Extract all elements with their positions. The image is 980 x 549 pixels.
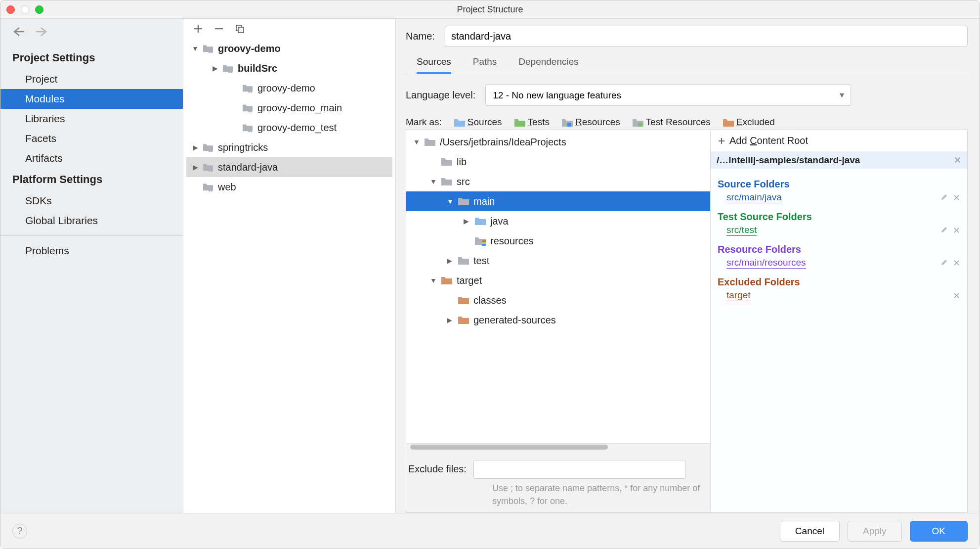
edit-icon[interactable] — [940, 259, 948, 266]
remove-icon[interactable]: ✕ — [953, 226, 960, 235]
add-module-icon[interactable] — [193, 24, 203, 34]
category-item[interactable]: target✕ — [718, 289, 960, 302]
folder-tree-item[interactable]: lib — [406, 152, 710, 172]
nav-problems[interactable]: Problems — [0, 241, 183, 261]
svg-rect-31 — [211, 187, 213, 189]
tab-dependencies[interactable]: Dependencies — [518, 56, 578, 74]
module-tree-item[interactable]: ▶springtricks — [186, 137, 392, 157]
folder-tree-item[interactable]: classes — [406, 290, 710, 310]
category-item-path: src/main/java — [726, 192, 782, 203]
modules-toolbar — [183, 19, 395, 39]
edit-icon[interactable] — [940, 226, 948, 233]
svg-rect-3 — [211, 49, 213, 51]
cancel-button[interactable]: Cancel — [780, 521, 840, 542]
exclude-files-input[interactable] — [473, 460, 686, 479]
svg-rect-2 — [209, 49, 211, 51]
category-item[interactable]: src/main/java✕ — [718, 191, 960, 204]
folder-tree-label: main — [473, 196, 495, 207]
nav-item-global-libraries[interactable]: Global Libraries — [0, 211, 183, 230]
folder-icon — [441, 275, 453, 285]
module-tree-label: web — [218, 182, 236, 193]
expand-icon[interactable]: ▶ — [464, 217, 471, 225]
expand-icon[interactable]: ▼ — [430, 276, 438, 284]
remove-icon[interactable]: ✕ — [953, 193, 960, 202]
module-tree-item[interactable]: groovy-demo_main — [186, 98, 392, 118]
category-item[interactable]: src/main/resources✕ — [718, 256, 960, 270]
nav-item-sdks[interactable]: SDKs — [0, 191, 183, 211]
expand-icon[interactable]: ▶ — [447, 316, 455, 324]
folder-tree-item[interactable]: ▼target — [406, 271, 710, 290]
folder-tree-item[interactable]: ▶generated-sources — [406, 310, 710, 330]
copy-module-icon[interactable] — [235, 24, 245, 34]
svg-rect-18 — [248, 128, 250, 130]
expand-icon[interactable]: ▶ — [447, 257, 455, 265]
nav-item-project[interactable]: Project — [0, 69, 183, 89]
folder-tree-label: target — [457, 275, 482, 286]
folder-tree-item[interactable]: ▶test — [406, 251, 710, 271]
folder-tree-item[interactable]: ▼src — [406, 172, 710, 191]
ok-button[interactable]: OK — [910, 521, 968, 542]
module-name-input[interactable] — [445, 26, 968, 46]
help-button[interactable]: ? — [12, 524, 27, 539]
nav-item-modules[interactable]: Modules — [0, 89, 183, 109]
category-item[interactable]: src/test✕ — [718, 224, 960, 237]
mark-as-sources[interactable]: Sources — [454, 117, 502, 128]
expand-icon[interactable]: ▼ — [447, 197, 455, 205]
folder-icon — [458, 196, 469, 206]
add-content-root-button[interactable]: Add Content Root — [711, 130, 967, 152]
expand-icon[interactable]: ▶ — [191, 143, 199, 151]
module-tree-item[interactable]: groovy-demo — [186, 78, 392, 98]
forward-button[interactable] — [35, 26, 49, 38]
mark-as-test-resources[interactable]: Test Resources — [632, 117, 711, 128]
remove-icon[interactable]: ✕ — [953, 259, 960, 268]
svg-rect-36 — [482, 240, 486, 242]
folder-icon — [458, 256, 469, 266]
nav-item-libraries[interactable]: Libraries — [0, 109, 183, 129]
mark-as-tests[interactable]: Tests — [514, 117, 550, 128]
svg-rect-8 — [228, 71, 230, 73]
mark-as-excluded[interactable]: Excluded — [723, 117, 775, 128]
tab-paths[interactable]: Paths — [473, 56, 497, 74]
module-tabs: SourcesPathsDependencies — [406, 53, 968, 74]
nav-item-artifacts[interactable]: Artifacts — [0, 148, 183, 168]
folder-tree-label: generated-sources — [473, 315, 556, 326]
svg-rect-34 — [567, 123, 571, 127]
language-level-select[interactable]: 12 - No new language features — [485, 84, 851, 106]
module-tree-label: standard-java — [218, 162, 278, 173]
expand-icon[interactable]: ▼ — [413, 138, 421, 146]
horizontal-scrollbar[interactable] — [406, 443, 710, 450]
edit-icon[interactable] — [940, 193, 948, 201]
mark-as-resources[interactable]: Resources — [561, 117, 620, 128]
folder-tree-item[interactable]: ▼main — [406, 191, 710, 211]
nav-item-facets[interactable]: Facets — [0, 129, 183, 148]
content-root-header[interactable]: /…intellij-samples/standard-java ✕ — [711, 152, 967, 169]
back-button[interactable] — [11, 26, 25, 38]
content-folder-tree[interactable]: ▼/Users/jetbrains/IdeaProjectslib▼src▼ma… — [406, 130, 710, 443]
folder-tree-item[interactable]: ▶java — [406, 211, 710, 231]
remove-icon[interactable]: ✕ — [953, 291, 960, 300]
apply-button[interactable]: Apply — [848, 521, 902, 542]
remove-content-root-icon[interactable]: ✕ — [954, 156, 961, 165]
modules-tree[interactable]: ▼groovy-demo▶buildSrcgroovy-demogroovy-d… — [183, 39, 395, 197]
svg-rect-32 — [209, 190, 211, 192]
window: Project Structure Project Settings Proje… — [0, 0, 980, 549]
tab-sources[interactable]: Sources — [417, 56, 451, 74]
module-tree-item[interactable]: web — [186, 177, 392, 197]
expand-icon[interactable]: ▶ — [191, 163, 199, 171]
module-tree-item[interactable]: ▼groovy-demo — [186, 39, 392, 58]
module-tree-item[interactable]: ▶buildSrc — [186, 58, 392, 78]
folder-tree-item[interactable]: resources — [406, 231, 710, 251]
category-item-path: src/main/resources — [726, 257, 806, 269]
folder-icon — [632, 118, 643, 127]
nav-history — [0, 19, 183, 46]
module-tree-item[interactable]: ▶standard-java — [186, 157, 392, 177]
module-tree-item[interactable]: groovy-demo_test — [186, 118, 392, 137]
folder-tree-label: lib — [457, 156, 467, 168]
folder-tree-label: resources — [490, 235, 534, 247]
expand-icon[interactable]: ▼ — [191, 45, 199, 52]
module-icon — [202, 162, 214, 172]
remove-module-icon[interactable] — [214, 24, 224, 34]
expand-icon[interactable]: ▼ — [430, 178, 438, 185]
folder-tree-item[interactable]: ▼/Users/jetbrains/IdeaProjects — [406, 132, 710, 152]
expand-icon[interactable]: ▶ — [211, 64, 219, 72]
